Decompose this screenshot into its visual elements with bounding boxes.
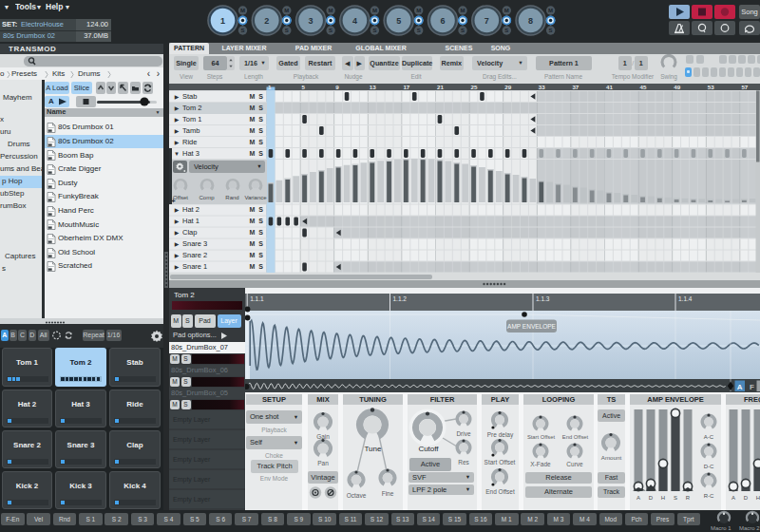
- svg-text:D: D: [744, 495, 749, 501]
- svg-text:13: 13: [370, 84, 376, 90]
- svg-text:S: S: [674, 495, 677, 501]
- svg-text:37: 37: [572, 84, 579, 90]
- svg-text:H: H: [661, 495, 665, 501]
- svg-text:S: S: [240, 28, 244, 33]
- svg-text:41: 41: [606, 84, 613, 90]
- svg-text:A: A: [732, 495, 735, 501]
- svg-text:45: 45: [640, 84, 647, 90]
- svg-text:A: A: [737, 383, 743, 391]
- svg-text:M: M: [461, 8, 466, 13]
- svg-text:S: S: [549, 28, 553, 33]
- svg-text:2: 2: [264, 16, 269, 26]
- svg-text:1.1.4: 1.1.4: [678, 295, 693, 302]
- svg-text:M: M: [284, 8, 289, 13]
- svg-text:S: S: [372, 28, 376, 33]
- svg-text:8: 8: [528, 16, 533, 26]
- svg-text:9: 9: [335, 84, 339, 90]
- svg-text:1.1.3: 1.1.3: [536, 295, 550, 302]
- svg-text:M: M: [240, 8, 245, 13]
- svg-text:M: M: [329, 8, 333, 13]
- svg-text:S: S: [329, 28, 332, 33]
- svg-text:S: S: [504, 28, 508, 33]
- svg-text:53: 53: [708, 84, 714, 90]
- svg-text:D-C: D-C: [704, 464, 714, 469]
- svg-text:A: A: [636, 495, 640, 501]
- svg-text:M: M: [548, 8, 553, 13]
- svg-text:29: 29: [504, 84, 511, 90]
- svg-text:7: 7: [484, 16, 489, 26]
- svg-text:S: S: [461, 28, 465, 33]
- svg-text:1: 1: [220, 16, 225, 26]
- svg-text:D: D: [649, 495, 654, 501]
- svg-text:R: R: [686, 495, 691, 501]
- svg-text:AMP ENVELOPE: AMP ENVELOPE: [507, 323, 556, 330]
- svg-text:R-C: R-C: [704, 493, 714, 499]
- svg-text:M: M: [416, 8, 421, 13]
- svg-text:25: 25: [471, 84, 478, 90]
- svg-text:1.1.2: 1.1.2: [393, 295, 408, 302]
- svg-text:F: F: [750, 383, 754, 391]
- svg-text:M: M: [504, 8, 509, 13]
- svg-text:21: 21: [437, 84, 444, 90]
- svg-text:49: 49: [674, 84, 680, 90]
- svg-text:H: H: [756, 495, 760, 501]
- svg-text:33: 33: [539, 84, 545, 90]
- svg-text:1: 1: [268, 84, 272, 90]
- svg-text:S: S: [285, 28, 289, 33]
- svg-text:5: 5: [396, 16, 401, 26]
- svg-text:5: 5: [302, 84, 306, 90]
- svg-text:3: 3: [309, 16, 314, 26]
- svg-text:1.1.1: 1.1.1: [250, 295, 264, 302]
- svg-text:57: 57: [741, 84, 748, 90]
- svg-text:6: 6: [440, 16, 445, 26]
- svg-text:17: 17: [403, 84, 409, 90]
- svg-text:M: M: [372, 8, 377, 13]
- svg-text:4: 4: [352, 16, 357, 26]
- svg-text:S: S: [417, 28, 421, 33]
- svg-text:A-C: A-C: [704, 434, 714, 440]
